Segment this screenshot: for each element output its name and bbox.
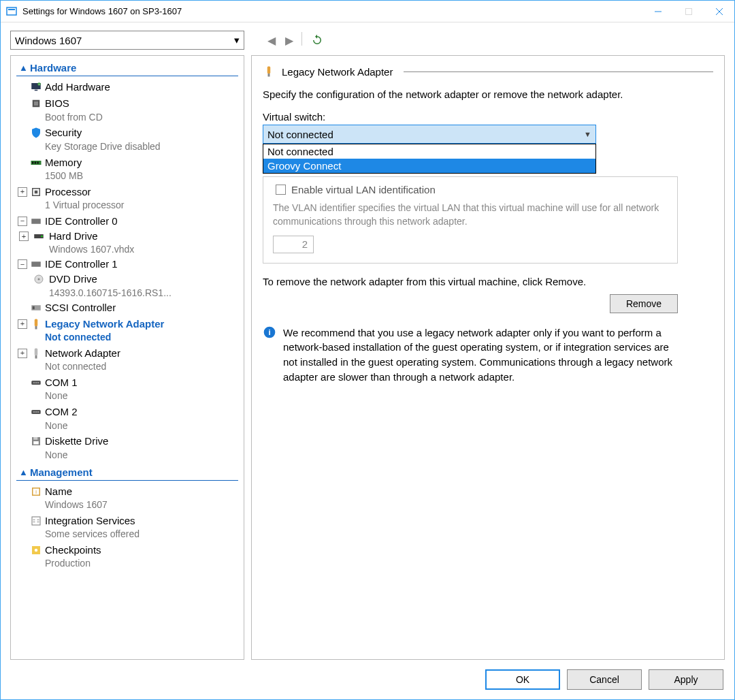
- detail-pane: Legacy Network Adapter Specify the confi…: [251, 55, 725, 660]
- dialog-footer: OK Cancel Apply: [10, 665, 725, 691]
- tree-hard-drive[interactable]: + Hard DriveWindows 1607.vhdx: [11, 229, 244, 256]
- chevron-down-icon: ▾: [234, 34, 240, 46]
- vlan-checkbox-label: Enable virtual LAN identification: [291, 184, 436, 195]
- tree-bios[interactable]: BIOSBoot from CD: [11, 95, 244, 125]
- scsi-icon: [30, 302, 42, 314]
- serial-icon: [30, 406, 42, 418]
- minimize-button[interactable]: [642, 1, 673, 22]
- dropdown-option[interactable]: Groovy Connect: [263, 159, 595, 173]
- tree-diskette[interactable]: Diskette DriveNone: [11, 433, 244, 462]
- svg-point-23: [38, 279, 40, 281]
- switch-label: Virtual switch:: [263, 111, 713, 123]
- svg-rect-47: [268, 74, 270, 77]
- section-management[interactable]: ▲ Management: [16, 464, 238, 481]
- floppy-icon: [30, 435, 42, 447]
- svg-text:+: +: [38, 83, 39, 86]
- combo-value: Not connected: [267, 129, 333, 140]
- svg-rect-25: [33, 306, 35, 309]
- tree-ide1[interactable]: − IDE Controller 1: [11, 256, 244, 272]
- svg-rect-15: [37, 161, 39, 163]
- tree-processor[interactable]: + Processor1 Virtual processor: [11, 184, 244, 213]
- svg-rect-46: [267, 67, 271, 74]
- tree-checkpoints[interactable]: CheckpointsProduction: [11, 542, 244, 571]
- apply-button[interactable]: Apply: [649, 669, 723, 690]
- svg-rect-0: [7, 7, 16, 15]
- expand-icon[interactable]: +: [18, 319, 27, 329]
- section-hardware[interactable]: ▲ Hardware: [16, 60, 238, 76]
- remove-button[interactable]: Remove: [610, 294, 678, 313]
- shield-icon: [30, 127, 42, 139]
- tree-name[interactable]: I NameWindows 1607: [11, 483, 244, 513]
- tree-security[interactable]: SecurityKey Storage Drive disabled: [11, 125, 244, 154]
- tree-com2[interactable]: COM 2None: [11, 404, 244, 433]
- svg-rect-18: [31, 219, 41, 224]
- svg-rect-11: [34, 101, 38, 106]
- vlan-group: Enable virtual LAN identification The VL…: [263, 176, 678, 264]
- vlan-checkbox[interactable]: [276, 185, 286, 195]
- app-icon: [6, 6, 17, 17]
- svg-point-32: [35, 382, 37, 383]
- header-divider: [404, 71, 713, 72]
- virtual-switch-dropdown: Not connected Groovy Connect: [263, 144, 596, 174]
- expand-icon[interactable]: +: [18, 187, 27, 197]
- maximize-button[interactable]: [673, 1, 704, 22]
- tree-com1[interactable]: COM 1None: [11, 375, 244, 404]
- virtual-switch-combo[interactable]: Not connected ▼ Not connected Groovy Con…: [263, 125, 596, 144]
- vm-selector-value: Windows 1607: [15, 35, 82, 46]
- expand-icon[interactable]: +: [19, 232, 29, 241]
- tag-icon: I: [30, 486, 42, 498]
- svg-rect-26: [35, 319, 38, 326]
- services-icon: [30, 515, 42, 527]
- top-toolbar: Windows 1607 ▾ ◀ ▶: [10, 31, 725, 50]
- svg-point-20: [41, 236, 42, 237]
- tree-legacy-network[interactable]: + Legacy Network AdapterNot connected: [11, 316, 244, 345]
- serial-icon: [30, 377, 42, 389]
- collapse-icon: ▲: [19, 467, 30, 477]
- refresh-button[interactable]: [309, 32, 325, 48]
- titlebar: Settings for Windows 1607 on SP3-1607: [1, 1, 734, 22]
- svg-rect-13: [32, 161, 33, 163]
- nav-forward-button[interactable]: ▶: [281, 32, 297, 48]
- controller-icon: [30, 258, 42, 270]
- chevron-down-icon: ▼: [584, 130, 591, 138]
- svg-rect-40: [33, 441, 39, 445]
- hdd-icon: [33, 230, 45, 242]
- network-legacy-icon: [30, 318, 42, 330]
- tree-add-hardware[interactable]: + Add Hardware: [11, 79, 244, 95]
- disc-icon: [33, 273, 45, 285]
- svg-point-31: [33, 382, 35, 383]
- monitor-icon: +: [30, 81, 42, 93]
- svg-point-36: [35, 412, 37, 413]
- window-controls: [642, 1, 734, 22]
- remove-text: To remove the network adapter from this …: [263, 276, 713, 287]
- vm-selector[interactable]: Windows 1607 ▾: [10, 31, 244, 50]
- memory-icon: [30, 157, 42, 169]
- svg-rect-27: [35, 326, 37, 330]
- tree-memory[interactable]: Memory1500 MB: [11, 155, 244, 184]
- vlan-description: The VLAN identifier specifies the virtua…: [273, 201, 668, 229]
- nav-back-button[interactable]: ◀: [263, 32, 280, 48]
- svg-rect-28: [35, 348, 38, 355]
- tree-dvd-drive[interactable]: DVD Drive14393.0.160715-1616.RS1...: [11, 272, 244, 299]
- svg-point-45: [35, 549, 38, 552]
- info-text: We recommend that you use a legacy netwo…: [283, 325, 678, 385]
- svg-text:I: I: [35, 489, 37, 495]
- cancel-button[interactable]: Cancel: [567, 669, 642, 690]
- tree-ide0[interactable]: − IDE Controller 0: [11, 213, 244, 229]
- collapse-icon[interactable]: −: [18, 259, 27, 269]
- tree-integration[interactable]: Integration ServicesSome services offere…: [11, 513, 244, 542]
- cpu-icon: [30, 186, 42, 198]
- collapse-icon: ▲: [19, 63, 30, 73]
- ok-button[interactable]: OK: [485, 669, 560, 690]
- collapse-icon[interactable]: −: [18, 217, 27, 226]
- tree-network-adapter[interactable]: + Network AdapterNot connected: [11, 345, 244, 375]
- svg-rect-1: [8, 9, 15, 10]
- svg-rect-3: [685, 8, 691, 14]
- checkpoint-icon: [30, 544, 42, 556]
- network-legacy-icon: [263, 65, 275, 78]
- close-button[interactable]: [704, 1, 734, 22]
- vlan-id-input[interactable]: [273, 236, 314, 253]
- expand-icon[interactable]: +: [18, 349, 27, 358]
- dropdown-option[interactable]: Not connected: [263, 144, 595, 159]
- tree-scsi[interactable]: SCSI Controller: [11, 300, 244, 316]
